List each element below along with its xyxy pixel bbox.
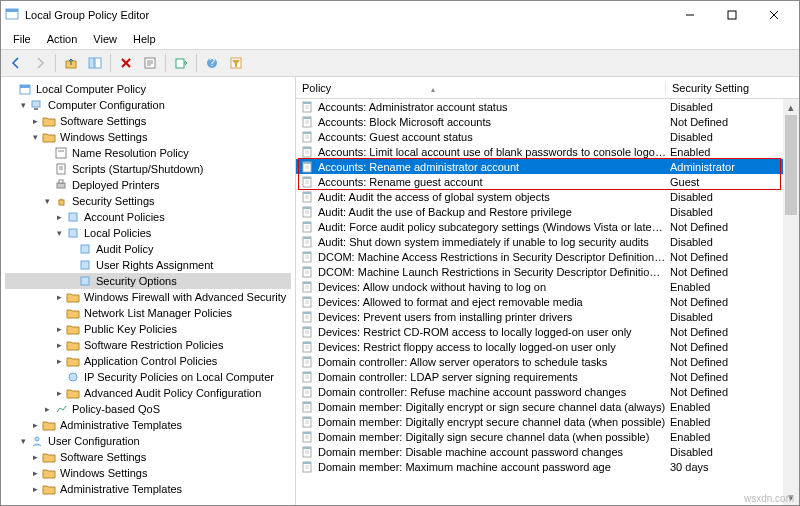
expand-icon[interactable]	[53, 212, 65, 222]
tree-user-config[interactable]: User Configuration	[5, 433, 291, 449]
policy-value: Disabled	[666, 101, 783, 113]
policy-row[interactable]: Devices: Allow undock without having to …	[296, 279, 783, 294]
expand-icon[interactable]	[17, 100, 29, 110]
tree-policy-qos[interactable]: Policy-based QoS	[5, 401, 291, 417]
policy-row[interactable]: Domain member: Digitally encrypt secure …	[296, 414, 783, 429]
policy-row[interactable]: Domain member: Disable machine account p…	[296, 444, 783, 459]
tree-public-key[interactable]: Public Key Policies	[5, 321, 291, 337]
policy-row[interactable]: Audit: Shut down system immediately if u…	[296, 234, 783, 249]
policy-row[interactable]: Domain member: Maximum machine account p…	[296, 459, 783, 474]
scroll-thumb[interactable]	[785, 115, 797, 215]
tree-root[interactable]: Local Computer Policy	[5, 81, 291, 97]
policy-row[interactable]: Domain controller: LDAP server signing r…	[296, 369, 783, 384]
svg-rect-29	[59, 180, 63, 183]
tree-windows-settings[interactable]: Windows Settings	[5, 129, 291, 145]
tree-network-list[interactable]: Network List Manager Policies	[5, 305, 291, 321]
scroll-up-icon[interactable]: ▴	[783, 99, 799, 115]
tree-computer-config[interactable]: Computer Configuration	[5, 97, 291, 113]
tree-local-policies[interactable]: Local Policies	[5, 225, 291, 241]
column-setting[interactable]: Security Setting	[666, 82, 799, 94]
policy-row[interactable]: Domain controller: Allow server operator…	[296, 354, 783, 369]
expand-icon[interactable]	[53, 340, 65, 350]
properties-button[interactable]	[139, 52, 161, 74]
policy-row[interactable]: Accounts: Rename guest accountGuest	[296, 174, 783, 189]
menu-help[interactable]: Help	[125, 31, 164, 47]
tree-software-settings-2[interactable]: Software Settings	[5, 449, 291, 465]
expand-icon[interactable]	[29, 116, 41, 126]
policy-icon	[300, 460, 316, 474]
close-button[interactable]	[753, 1, 795, 29]
tree-ip-security[interactable]: IP Security Policies on Local Computer	[5, 369, 291, 385]
tree-advanced-audit[interactable]: Advanced Audit Policy Configuration	[5, 385, 291, 401]
expand-icon[interactable]	[53, 228, 65, 238]
policy-icon	[300, 280, 316, 294]
menu-file[interactable]: File	[5, 31, 39, 47]
delete-button[interactable]	[115, 52, 137, 74]
vertical-scrollbar[interactable]: ▴ ▾	[783, 99, 799, 505]
policy-row[interactable]: Audit: Audit the use of Backup and Resto…	[296, 204, 783, 219]
policy-icon	[300, 370, 316, 384]
tree-security-options[interactable]: Security Options	[5, 273, 291, 289]
expand-icon[interactable]	[53, 356, 65, 366]
expand-icon[interactable]	[53, 388, 65, 398]
tree-admin-templates[interactable]: Administrative Templates	[5, 417, 291, 433]
expand-icon[interactable]	[29, 468, 41, 478]
menu-action[interactable]: Action	[39, 31, 86, 47]
tree-audit-policy[interactable]: Audit Policy	[5, 241, 291, 257]
export-button[interactable]	[170, 52, 192, 74]
expand-icon[interactable]	[29, 484, 41, 494]
policy-icon	[300, 415, 316, 429]
expand-icon[interactable]	[41, 404, 53, 414]
policy-row[interactable]: Devices: Prevent users from installing p…	[296, 309, 783, 324]
svg-rect-71	[303, 222, 311, 224]
tree-deployed-printers[interactable]: Deployed Printers	[5, 177, 291, 193]
maximize-button[interactable]	[711, 1, 753, 29]
column-policy[interactable]: Policy▴	[296, 82, 666, 94]
window-title: Local Group Policy Editor	[19, 9, 669, 21]
policy-row[interactable]: Accounts: Administrator account statusDi…	[296, 99, 783, 114]
tree-app-control[interactable]: Application Control Policies	[5, 353, 291, 369]
expand-icon[interactable]	[41, 196, 53, 206]
expand-icon[interactable]	[17, 436, 29, 446]
tree-name-resolution[interactable]: Name Resolution Policy	[5, 145, 291, 161]
policy-row[interactable]: Domain member: Digitally sign secure cha…	[296, 429, 783, 444]
policy-row[interactable]: Accounts: Limit local account use of bla…	[296, 144, 783, 159]
tree-security-settings[interactable]: Security Settings	[5, 193, 291, 209]
policy-row[interactable]: Domain controller: Refuse machine accoun…	[296, 384, 783, 399]
tree-admin-templates-2[interactable]: Administrative Templates	[5, 481, 291, 497]
tree-account-policies[interactable]: Account Policies	[5, 209, 291, 225]
policy-row[interactable]: Accounts: Rename administrator accountAd…	[296, 159, 783, 174]
minimize-button[interactable]	[669, 1, 711, 29]
policy-row[interactable]: Accounts: Block Microsoft accountsNot De…	[296, 114, 783, 129]
policy-row[interactable]: Devices: Restrict floppy access to local…	[296, 339, 783, 354]
menu-view[interactable]: View	[85, 31, 125, 47]
expand-icon[interactable]	[29, 452, 41, 462]
filter-button[interactable]	[225, 52, 247, 74]
expand-icon[interactable]	[29, 420, 41, 430]
policy-row[interactable]: Audit: Force audit policy subcategory se…	[296, 219, 783, 234]
policy-row[interactable]: Devices: Restrict CD-ROM access to local…	[296, 324, 783, 339]
policy-row[interactable]: Accounts: Guest account statusDisabled	[296, 129, 783, 144]
back-button[interactable]	[5, 52, 27, 74]
policy-icon	[300, 400, 316, 414]
tree-scripts[interactable]: Scripts (Startup/Shutdown)	[5, 161, 291, 177]
tree-software-settings[interactable]: Software Settings	[5, 113, 291, 129]
policy-row[interactable]: DCOM: Machine Launch Restrictions in Sec…	[296, 264, 783, 279]
policy-row[interactable]: Audit: Audit the access of global system…	[296, 189, 783, 204]
policy-row[interactable]: DCOM: Machine Access Restrictions in Sec…	[296, 249, 783, 264]
forward-button[interactable]	[29, 52, 51, 74]
show-hide-tree-button[interactable]	[84, 52, 106, 74]
up-button[interactable]	[60, 52, 82, 74]
policy-row[interactable]: Devices: Allowed to format and eject rem…	[296, 294, 783, 309]
expand-icon[interactable]	[53, 324, 65, 334]
tree-user-rights[interactable]: User Rights Assignment	[5, 257, 291, 273]
svg-rect-83	[303, 267, 311, 269]
svg-rect-103	[303, 342, 311, 344]
policy-row[interactable]: Domain member: Digitally encrypt or sign…	[296, 399, 783, 414]
expand-icon[interactable]	[29, 132, 41, 142]
expand-icon[interactable]	[53, 292, 65, 302]
help-button[interactable]: ?	[201, 52, 223, 74]
tree-windows-firewall[interactable]: Windows Firewall with Advanced Security	[5, 289, 291, 305]
tree-windows-settings-2[interactable]: Windows Settings	[5, 465, 291, 481]
tree-software-restriction[interactable]: Software Restriction Policies	[5, 337, 291, 353]
